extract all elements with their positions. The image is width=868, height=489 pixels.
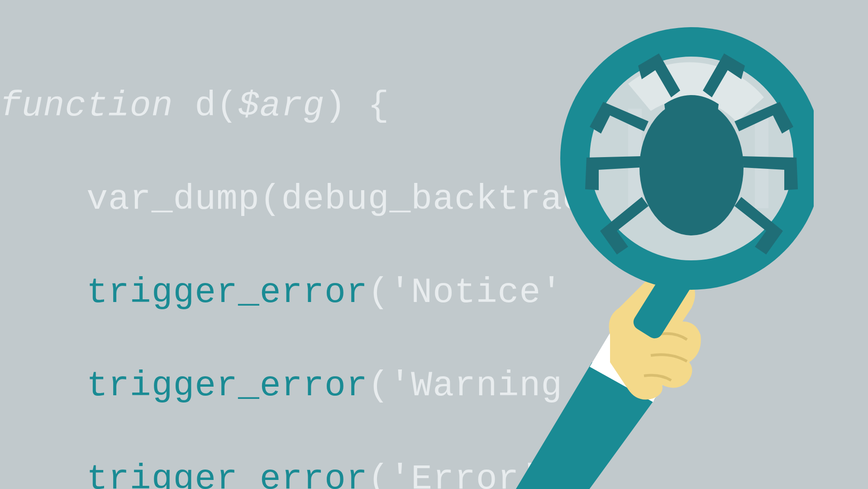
code-block: function d($arg) { var_dump(debug_backtr… (0, 36, 692, 489)
code-line-5: trigger_error('Error', (0, 456, 692, 489)
keyword-function: function (0, 86, 173, 126)
svg-rect-1 (755, 109, 768, 208)
trigger-error-call: trigger_error (86, 273, 368, 312)
code-line-1: function d($arg) { (0, 83, 692, 129)
trigger-error-call: trigger_error (86, 459, 368, 489)
code-line-2: var_dump(debug_backtrace()); (0, 176, 692, 223)
code-line-4: trigger_error('Warning (0, 363, 692, 409)
code-line-3: trigger_error('Notice' (0, 269, 692, 316)
trigger-error-call: trigger_error (86, 366, 368, 406)
